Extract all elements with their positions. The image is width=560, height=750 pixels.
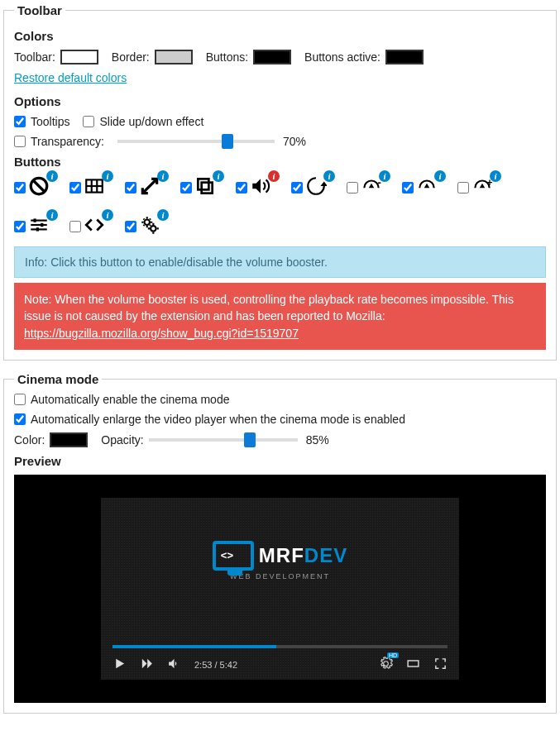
svg-rect-18 xyxy=(408,661,419,666)
colors-row: Toolbar: Border: Buttons: Buttons active… xyxy=(14,50,546,64)
info-badge[interactable]: i xyxy=(46,209,58,221)
toolbar-button-speed-minus: -i xyxy=(347,175,382,199)
toolbar-button-code: i xyxy=(69,214,105,238)
border-color-swatch[interactable] xyxy=(155,50,193,64)
logo-row: <> MRFDEV xyxy=(213,541,347,571)
options-row-2: Transparency: 70% xyxy=(14,135,546,148)
button-checkbox-disable[interactable] xyxy=(14,182,26,193)
buttons-color-swatch[interactable] xyxy=(253,50,291,64)
toolbar-button-reload: i xyxy=(291,175,327,199)
progress-bar[interactable] xyxy=(112,645,448,648)
logo-text-2: DEV xyxy=(304,544,347,566)
video-logo: <> MRFDEV WEB DEVELOPMENT xyxy=(101,541,459,580)
buttons-color-group: Buttons: xyxy=(206,50,291,64)
info-badge[interactable]: i xyxy=(490,170,501,182)
theater-icon[interactable] xyxy=(406,657,420,673)
toolbar-button-sliders: i xyxy=(14,214,50,238)
cinema-color-label: Color: xyxy=(14,433,45,447)
transparency-value: 70% xyxy=(283,135,306,148)
toolbar-color-label: Toolbar: xyxy=(14,50,55,64)
info-badge[interactable]: i xyxy=(102,209,113,221)
time-display: 2:53 / 5:42 xyxy=(194,660,237,670)
auto-enable-option[interactable]: Automatically enable the cinema mode xyxy=(14,393,229,406)
tooltips-option[interactable]: Tooltips xyxy=(14,115,69,128)
slider-thumb[interactable] xyxy=(222,134,233,149)
toolbar-button-disable: i xyxy=(14,175,50,199)
fullscreen-icon[interactable] xyxy=(433,657,448,673)
button-checkbox-expand[interactable] xyxy=(125,182,136,193)
info-badge[interactable]: i xyxy=(268,170,280,182)
toolbar-button-volume: i xyxy=(236,175,271,199)
settings-icon[interactable]: HD xyxy=(379,657,393,673)
info-badge[interactable]: i xyxy=(434,170,446,182)
restore-colors-link[interactable]: Restore default colors xyxy=(14,71,127,84)
cinema-opacity-group: Opacity: 85% xyxy=(101,433,328,447)
logo-subtitle: WEB DEVELOPMENT xyxy=(230,572,330,580)
volume-icon[interactable] xyxy=(167,657,181,673)
toolbar-color-group: Toolbar: xyxy=(14,50,98,64)
tooltips-checkbox[interactable] xyxy=(14,116,26,127)
button-checkbox-sliders[interactable] xyxy=(14,221,26,232)
monitor-icon: <> xyxy=(213,541,254,571)
monitor-text: <> xyxy=(221,549,233,561)
toolbar-color-swatch[interactable] xyxy=(60,50,98,64)
note-box: Note: When the volume booster is used, c… xyxy=(14,283,546,350)
button-checkbox-volume[interactable] xyxy=(236,182,247,193)
button-checkbox-speed-minus[interactable] xyxy=(347,182,358,193)
cinema-opacity-label: Opacity: xyxy=(101,433,143,447)
info-badge[interactable]: i xyxy=(102,170,113,182)
button-checkbox-speed-plus[interactable] xyxy=(457,182,469,193)
info-badge[interactable]: i xyxy=(323,170,335,182)
buttons-heading: Buttons xyxy=(14,155,546,169)
info-badge[interactable]: i xyxy=(46,170,58,182)
svg-rect-13 xyxy=(34,218,36,222)
slide-label: Slide up/down effect xyxy=(99,115,203,128)
slide-option[interactable]: Slide up/down effect xyxy=(83,115,203,128)
next-icon[interactable] xyxy=(140,657,154,673)
buttons-active-color-swatch[interactable] xyxy=(385,50,424,64)
transparency-option[interactable]: Transparency: xyxy=(14,135,104,148)
svg-rect-7 xyxy=(202,183,213,193)
auto-enlarge-label: Automatically enlarge the video player w… xyxy=(31,413,405,426)
auto-enable-checkbox[interactable] xyxy=(14,394,26,405)
button-checkbox-gears[interactable] xyxy=(125,221,136,232)
toolbar-button-gears: i xyxy=(125,214,160,238)
auto-enlarge-option[interactable]: Automatically enlarge the video player w… xyxy=(14,413,405,426)
info-badge[interactable]: i xyxy=(157,170,169,182)
cinema-color-group: Color: xyxy=(14,432,88,447)
opacity-slider[interactable]: 85% xyxy=(149,433,329,447)
transparency-slider[interactable]: 70% xyxy=(117,135,306,148)
toolbar-button-filmstrip: i xyxy=(69,175,105,199)
transparency-checkbox[interactable] xyxy=(14,136,26,147)
info-badge[interactable]: i xyxy=(157,209,169,221)
tooltips-label: Tooltips xyxy=(31,115,69,128)
border-color-label: Border: xyxy=(112,50,150,64)
toolbar-legend: Toolbar xyxy=(14,3,65,17)
logo-text-1: MRF xyxy=(259,544,304,566)
slider-track[interactable] xyxy=(117,140,275,143)
toolbar-button-speedometer: i xyxy=(402,175,438,199)
colors-heading: Colors xyxy=(14,29,546,43)
button-checkbox-code[interactable] xyxy=(69,221,81,232)
slide-checkbox[interactable] xyxy=(83,116,94,127)
button-checkbox-filmstrip[interactable] xyxy=(69,182,81,193)
transparency-label: Transparency: xyxy=(31,135,104,148)
info-badge[interactable]: i xyxy=(379,170,390,182)
buttons-color-label: Buttons: xyxy=(206,50,248,64)
button-checkbox-copy[interactable] xyxy=(180,182,192,193)
toolbar-section: Toolbar Colors Toolbar: Border: Buttons:… xyxy=(3,3,557,361)
info-box: Info: Click this button to enable/disabl… xyxy=(14,246,546,278)
play-icon[interactable] xyxy=(112,657,127,673)
buttons-active-color-label: Buttons active: xyxy=(304,50,381,64)
info-badge[interactable]: i xyxy=(213,170,224,182)
cinema-color-swatch[interactable] xyxy=(50,432,88,447)
toolbar-button-expand: i xyxy=(125,175,160,199)
button-checkbox-reload[interactable] xyxy=(291,182,303,193)
note-link[interactable]: https://bugzilla.mozilla.org/show_bug.cg… xyxy=(24,327,299,340)
toolbar-button-copy: i xyxy=(180,175,216,199)
opacity-track[interactable] xyxy=(149,438,298,442)
button-checkbox-speedometer[interactable] xyxy=(402,182,414,193)
buttons-active-color-group: Buttons active: xyxy=(304,50,424,64)
auto-enlarge-checkbox[interactable] xyxy=(14,413,26,425)
opacity-thumb[interactable] xyxy=(244,432,256,447)
